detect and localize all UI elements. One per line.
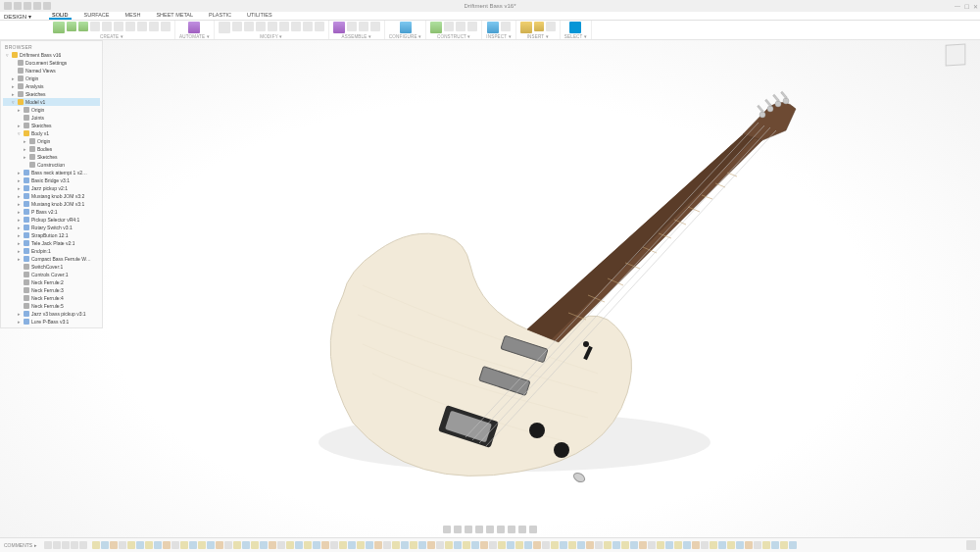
split-icon[interactable] [303, 22, 313, 31]
browser-node[interactable]: ▸Jazz pickup v2:1 [3, 184, 100, 192]
browser-node[interactable]: ▸Sketches [3, 153, 100, 161]
disclosure-icon[interactable]: ▸ [11, 91, 16, 97]
dropdown-icon[interactable] [370, 22, 380, 31]
browser-node[interactable]: ▸Tele Jack Plate v2:1 [3, 239, 100, 247]
browser-node[interactable]: ▸Sketches [3, 90, 100, 98]
timeline-feature[interactable] [127, 541, 135, 549]
timeline-feature[interactable] [674, 541, 682, 549]
timeline-feature[interactable] [648, 541, 656, 549]
browser-node[interactable]: Joints [3, 114, 100, 122]
browser-node[interactable]: ▸Basic Bridge v3:1 [3, 176, 100, 184]
timeline-feature[interactable] [277, 541, 285, 549]
insert-icon[interactable] [520, 22, 532, 33]
rigid-icon[interactable] [359, 22, 368, 31]
disclosure-icon[interactable]: ▸ [17, 319, 22, 325]
timeline-feature[interactable] [145, 541, 153, 549]
timeline-feature[interactable] [515, 541, 523, 549]
timeline-feature[interactable] [771, 541, 779, 549]
point-icon[interactable] [456, 22, 466, 31]
timeline-feature[interactable] [401, 541, 409, 549]
browser-node[interactable]: Neck Ferrule:5 [3, 302, 100, 310]
chamfer-icon[interactable] [244, 22, 254, 31]
browser-node[interactable]: ▸P Bass v2:1 [3, 208, 100, 216]
playback-to-end-icon[interactable] [79, 541, 87, 549]
as-built-icon[interactable] [347, 22, 357, 31]
fx-icon[interactable] [529, 526, 537, 533]
toolbar-group-label[interactable]: MODIFY ▾ [260, 34, 282, 39]
disclosure-icon[interactable]: ▸ [17, 123, 22, 128]
timeline-feature[interactable] [524, 541, 532, 549]
timeline-feature[interactable] [410, 541, 417, 549]
select-icon[interactable] [569, 22, 581, 33]
timeline-feature[interactable] [718, 541, 726, 549]
timeline-feature[interactable] [665, 541, 673, 549]
timeline-feature[interactable] [754, 541, 761, 549]
draft-icon[interactable] [268, 22, 277, 31]
browser-node[interactable]: ▸StrapButton 12:1 [3, 231, 100, 239]
disclosure-icon[interactable]: ▸ [17, 170, 22, 176]
timeline-feature[interactable] [101, 541, 109, 549]
browser-node[interactable]: ▸Bodies [3, 145, 100, 153]
grid-icon[interactable] [508, 526, 515, 533]
timeline-feature[interactable] [577, 541, 585, 549]
disclosure-icon[interactable]: ▸ [23, 146, 27, 152]
timeline-feature[interactable] [551, 541, 559, 549]
toolbar-group-label[interactable]: INSPECT ▾ [486, 34, 511, 39]
timeline-feature[interactable] [418, 541, 426, 549]
timeline-feature[interactable] [295, 541, 303, 549]
disclosure-icon[interactable]: ▸ [17, 225, 22, 230]
timeline-feature[interactable] [269, 541, 276, 549]
timeline-feature[interactable] [136, 541, 144, 549]
browser-node[interactable]: ▸Origin [3, 75, 100, 82]
timeline-feature[interactable] [313, 541, 320, 549]
timeline-feature[interactable] [198, 541, 206, 549]
sketch-icon[interactable] [67, 22, 76, 31]
timeline-feature[interactable] [489, 541, 497, 549]
timeline-feature[interactable] [163, 541, 171, 549]
timeline-feature[interactable] [657, 541, 664, 549]
disclosure-icon[interactable]: ▸ [17, 201, 22, 207]
disclosure-icon[interactable]: ▸ [17, 193, 22, 199]
timeline-feature[interactable] [207, 541, 215, 549]
timeline-feature[interactable] [507, 541, 514, 549]
browser-node[interactable]: ▸Origin [3, 137, 100, 145]
timeline-feature[interactable] [604, 541, 612, 549]
pan-icon[interactable] [454, 526, 462, 533]
timeline-feature[interactable] [445, 541, 453, 549]
dropdown-icon[interactable] [161, 22, 171, 31]
toolbar-group-label[interactable]: INSERT ▾ [527, 34, 549, 39]
disclosure-icon[interactable]: ▿ [11, 99, 16, 105]
timeline-feature[interactable] [189, 541, 197, 549]
combine-icon[interactable] [291, 22, 301, 31]
playback-to-start-icon[interactable] [44, 541, 52, 549]
maximize-icon[interactable]: ☐ [964, 3, 969, 10]
press-pull-icon[interactable] [219, 22, 230, 33]
timeline-feature[interactable] [251, 541, 259, 549]
browser-node[interactable]: Construction [3, 161, 100, 169]
timeline-feature[interactable] [621, 541, 629, 549]
timeline-feature[interactable] [242, 541, 250, 549]
close-icon[interactable]: ✕ [973, 3, 978, 10]
viewports-icon[interactable] [518, 526, 526, 533]
timeline-feature[interactable] [304, 541, 312, 549]
sweep-icon[interactable] [102, 22, 112, 31]
disclosure-icon[interactable]: ▸ [17, 107, 22, 113]
timeline-feature[interactable] [374, 541, 382, 549]
timeline-feature[interactable] [436, 541, 444, 549]
timeline-feature[interactable] [789, 541, 797, 549]
disclosure-icon[interactable]: ▿ [5, 52, 10, 58]
browser-node[interactable]: Neck Ferrule:3 [3, 286, 100, 294]
tab-utilities[interactable]: UTILITIES [244, 11, 275, 20]
timeline-feature[interactable] [736, 541, 744, 549]
plane-icon[interactable] [430, 22, 442, 33]
toolbar-group-label[interactable]: AUTOMATE ▾ [179, 34, 210, 39]
tab-solid[interactable]: SOLID [49, 11, 72, 20]
timeline-feature[interactable] [568, 541, 576, 549]
browser-node[interactable]: ▸Compact Bass Ferrule W… [3, 255, 100, 263]
toolbar-group-label[interactable]: CONFIGURE ▾ [389, 34, 421, 39]
automate-icon[interactable] [188, 22, 200, 33]
revolve-icon[interactable] [90, 22, 100, 31]
look-icon[interactable] [486, 526, 494, 533]
tab-mesh[interactable]: MESH [122, 11, 144, 20]
timeline-feature[interactable] [595, 541, 603, 549]
